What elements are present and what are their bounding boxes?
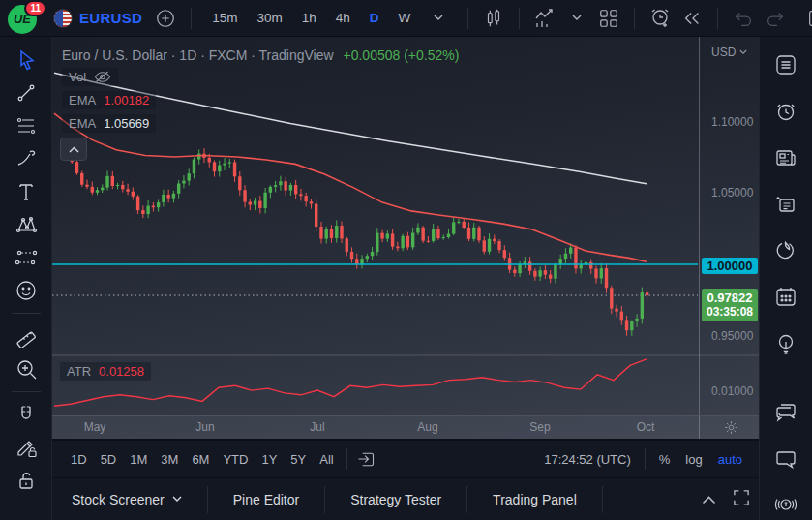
fib-retracement-tool[interactable]: [10, 112, 43, 139]
divider: [467, 8, 468, 29]
timeframe-1h[interactable]: 1h: [298, 8, 320, 28]
tab-pine-editor[interactable]: Pine Editor: [208, 486, 325, 513]
range-all[interactable]: All: [313, 449, 340, 470]
tab-trading-panel[interactable]: Trading Panel: [467, 486, 603, 513]
last-price-value: 0.97822: [702, 291, 758, 306]
range-6m[interactable]: 6M: [185, 449, 216, 470]
log-scale-button[interactable]: log: [677, 449, 709, 470]
news-icon[interactable]: [772, 144, 799, 175]
bottom-toolbar: 1D 5D 1M 3M 6M YTD 1Y 5Y All 17:24:52 (U…: [52, 439, 759, 477]
xabcd-pattern-tool[interactable]: [10, 211, 43, 238]
indicators-icon[interactable]: [532, 6, 557, 31]
time-scale[interactable]: May Jun Jul Aug Sep Oct: [52, 415, 759, 439]
range-5d[interactable]: 5D: [94, 449, 124, 470]
month-label: Oct: [637, 420, 655, 434]
ema-label: EMA: [69, 116, 96, 131]
atr-legend-row[interactable]: ATR 0.01258: [60, 362, 151, 381]
text-tool[interactable]: [10, 178, 43, 205]
fullscreen-button[interactable]: [734, 490, 749, 509]
watchlist-icon[interactable]: [772, 51, 799, 82]
calendar-icon[interactable]: [772, 284, 799, 315]
auto-scale-button[interactable]: auto: [710, 449, 750, 470]
alerts-icon[interactable]: [772, 98, 799, 129]
price-level: 1.10000: [711, 115, 753, 129]
trend-line-tool[interactable]: [10, 79, 43, 107]
create-alert-icon[interactable]: [647, 6, 673, 31]
emoji-tool[interactable]: [10, 277, 43, 304]
hotlists-icon[interactable]: [772, 237, 799, 268]
undo-icon[interactable]: [731, 6, 756, 31]
ema-fast-legend-row[interactable]: EMA 1.00182: [62, 91, 156, 109]
symbol-description: Euro / U.S. Dollar · 1D · FXCM · Trading…: [62, 47, 334, 63]
cursor-tool[interactable]: [10, 46, 43, 74]
timeframe-4h[interactable]: 4h: [332, 8, 354, 28]
symbol-search-button[interactable]: EURUSD: [79, 10, 142, 26]
month-label: May: [84, 420, 106, 434]
streams-icon[interactable]: [772, 491, 799, 520]
top-toolbar: UE 11 EURUSD 15m 30m 1h 4h D W: [0, 0, 812, 37]
timeframe-30m[interactable]: 30m: [253, 8, 286, 28]
chevron-down-icon[interactable]: [426, 6, 451, 31]
range-3m[interactable]: 3M: [154, 449, 185, 470]
chevron-up-icon: [702, 496, 716, 505]
timeframe-1w[interactable]: W: [394, 8, 414, 28]
measure-tool[interactable]: [10, 322, 43, 350]
tab-label: Trading Panel: [493, 492, 577, 507]
layout-grid-icon[interactable]: [596, 6, 621, 31]
expand-panel-button[interactable]: [702, 491, 716, 508]
tab-stock-screener[interactable]: Stock Screener: [66, 486, 208, 513]
redo-icon[interactable]: [763, 6, 788, 31]
chats-icon[interactable]: [772, 398, 799, 429]
tab-strategy-tester[interactable]: Strategy Tester: [325, 486, 467, 513]
symbol-flag-icon: [53, 9, 73, 28]
indicators-chevron-icon[interactable]: [564, 6, 589, 31]
widget-toolbar: [759, 37, 812, 520]
broker-logo[interactable]: UE 11: [8, 3, 39, 34]
data-journal-icon[interactable]: [772, 191, 799, 222]
legend-collapse-button[interactable]: [60, 138, 87, 161]
volume-label: Vol: [69, 70, 86, 84]
timeframe-15m[interactable]: 15m: [208, 8, 241, 28]
zoom-in-tool[interactable]: [10, 355, 43, 382]
tab-label: Stock Screener: [72, 492, 165, 507]
month-label: Jun: [195, 420, 214, 434]
volume-legend-row[interactable]: Vol: [62, 68, 118, 86]
bar-replay-icon[interactable]: [679, 6, 705, 31]
tradingview-app: UE 11 EURUSD 15m 30m 1h 4h D W: [0, 0, 812, 520]
session-clock[interactable]: 17:24:52 (UTC): [536, 452, 639, 467]
range-5y[interactable]: 5Y: [284, 449, 313, 470]
chart-style-candles-icon[interactable]: [481, 6, 506, 31]
percent-scale-button[interactable]: %: [651, 449, 678, 470]
timeframe-1d[interactable]: D: [366, 8, 383, 28]
chart-legend: Euro / U.S. Dollar · 1D · FXCM · Trading…: [62, 47, 459, 133]
range-1y[interactable]: 1Y: [255, 449, 284, 470]
brush-tool[interactable]: [10, 145, 43, 172]
divider: [519, 8, 520, 29]
compare-add-icon[interactable]: [153, 6, 178, 31]
projection-tool[interactable]: [10, 244, 43, 271]
notification-badge: 11: [24, 0, 46, 16]
atr-axis-level: 0.01000: [711, 384, 753, 398]
ideas-icon[interactable]: [772, 330, 799, 361]
range-1m[interactable]: 1M: [123, 449, 154, 470]
time-scale-settings-icon[interactable]: [724, 420, 738, 439]
range-ytd[interactable]: YTD: [216, 449, 255, 470]
symbol-title[interactable]: Euro / U.S. Dollar · 1D · FXCM · Trading…: [62, 47, 459, 63]
eye-off-icon[interactable]: [94, 71, 111, 83]
chevron-down-icon: [739, 49, 747, 55]
comments-icon[interactable]: [772, 444, 799, 475]
divider: [346, 448, 347, 470]
go-to-date-icon[interactable]: [353, 446, 378, 472]
timeframe-group: 15m 30m 1h 4h D W: [208, 6, 451, 31]
range-1d[interactable]: 1D: [64, 449, 94, 470]
ema-slow-legend-row[interactable]: EMA 1.05669: [62, 114, 156, 133]
screenshot-icon[interactable]: [804, 6, 812, 31]
price-level: 1.05000: [711, 186, 753, 199]
magnet-tool[interactable]: [10, 401, 43, 428]
drawing-edit-lock-tool[interactable]: [10, 434, 43, 461]
price-scale[interactable]: USD 1.10000 1.05000 0.95000 0.01000 1.00…: [699, 37, 759, 439]
price-scale-currency[interactable]: USD: [711, 46, 747, 59]
divider: [645, 448, 646, 470]
lock-all-tool[interactable]: [10, 467, 43, 494]
chart-region: Euro / U.S. Dollar · 1D · FXCM · Trading…: [52, 37, 759, 439]
